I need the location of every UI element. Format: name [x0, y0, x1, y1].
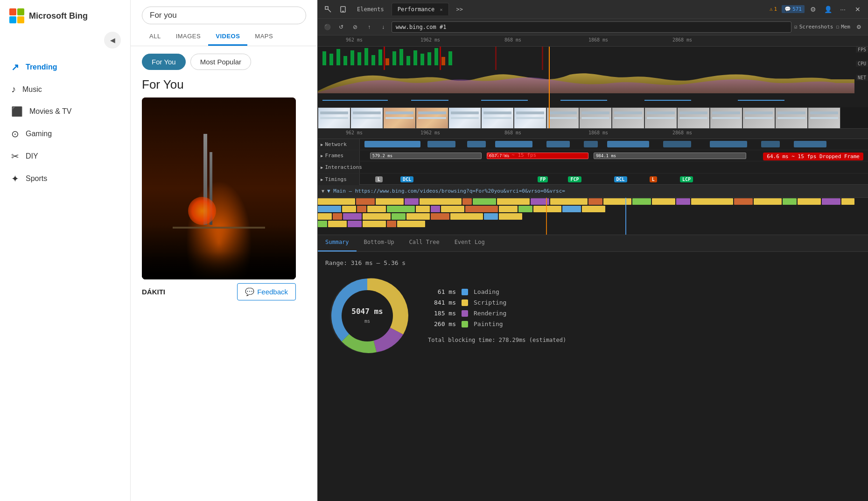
loading-color	[462, 289, 468, 295]
sidebar-item-label-sports: Sports	[26, 174, 47, 183]
record-button[interactable]: ⚫	[322, 21, 333, 33]
screenshot-5	[448, 107, 481, 129]
feedback-button[interactable]: 💬 Feedback	[237, 283, 296, 300]
svg-rect-9	[357, 52, 361, 65]
video-name: DÁKITI	[142, 288, 165, 296]
feedback-label: Feedback	[257, 288, 288, 296]
devtools-topbar: Elements Performance ✕ >> ⚠ 1 💬 571 ⚙ 👤 …	[318, 0, 868, 19]
inspector-button[interactable]	[322, 3, 335, 16]
sidebar-item-movies[interactable]: ⬛ Movies & TV	[0, 100, 130, 123]
total-blocking-text: Total blocking time: 278.29ms (estimated…	[428, 331, 566, 343]
timeline-charts: FPS CPU NET	[318, 47, 868, 129]
warning-icon: ⚠	[770, 6, 773, 12]
search-bar: For you	[131, 0, 317, 24]
device-toggle-button[interactable]	[336, 3, 350, 16]
settings-button[interactable]: ⚙	[806, 3, 819, 16]
svg-rect-57	[652, 198, 675, 205]
pie-chart: 5047 ms ms	[325, 274, 409, 358]
svg-rect-78	[562, 206, 581, 212]
svg-rect-33	[364, 141, 420, 147]
screenshot-12	[677, 107, 710, 129]
selection-line	[549, 47, 550, 129]
legend-loading: 61 ms Loading	[428, 288, 566, 295]
diy-icon: ✂	[11, 151, 19, 162]
tab-close-icon[interactable]: ✕	[440, 7, 443, 12]
svg-rect-43	[794, 141, 826, 147]
sidebar-item-music[interactable]: ♪ Music	[0, 78, 130, 100]
svg-rect-73	[441, 206, 464, 212]
frames-label: ▶ Frames	[318, 150, 360, 161]
tab-all[interactable]: ALL	[142, 28, 168, 46]
svg-rect-16	[406, 56, 410, 65]
search-text: For you	[150, 11, 177, 20]
svg-rect-20	[434, 48, 438, 65]
svg-rect-90	[318, 221, 327, 227]
svg-rect-37	[546, 141, 570, 147]
sidebar-item-sports[interactable]: ✦ Sports	[0, 167, 130, 190]
svg-rect-59	[691, 198, 733, 205]
video-thumbnail[interactable]	[142, 97, 296, 279]
tab-maps[interactable]: MAPS	[247, 28, 280, 46]
tab-videos[interactable]: VIDEOS	[208, 28, 247, 46]
svg-rect-91	[328, 221, 347, 227]
svg-rect-86	[431, 213, 449, 220]
svg-rect-55	[603, 198, 631, 205]
more-button[interactable]: ···	[836, 3, 849, 16]
svg-rect-7	[343, 56, 347, 65]
tab-images[interactable]: IMAGES	[168, 28, 209, 46]
tab-bottom-up[interactable]: Bottom-Up	[357, 235, 402, 251]
pie-area: 5047 ms ms 61 ms Loading 841 ms	[325, 274, 861, 358]
sidebar-item-label-movies: Movies & TV	[29, 107, 71, 116]
scripting-label: Scripting	[474, 299, 506, 306]
tab-event-log[interactable]: Event Log	[447, 235, 492, 251]
page-title: For You	[131, 77, 317, 97]
svg-rect-95	[397, 221, 425, 227]
timeline-area[interactable]: 962 ms 1962 ms 868 ms 1868 ms 2868 ms FP…	[318, 35, 868, 129]
svg-rect-39	[607, 141, 649, 147]
stop-button[interactable]: ⊘	[350, 21, 361, 33]
sidebar-item-label-music: Music	[22, 85, 42, 94]
checkbox-icon: ☑	[794, 24, 798, 30]
devtools-tab-elements[interactable]: Elements	[351, 3, 390, 15]
gear-button[interactable]: ⚙	[853, 21, 864, 33]
cpu-label: CPU	[856, 61, 868, 67]
upload-button[interactable]: ↑	[364, 21, 375, 33]
sidebar-item-trending[interactable]: ↗ Trending	[0, 56, 130, 78]
pill-most-popular[interactable]: Most Popular	[190, 54, 251, 70]
screenshot-8	[546, 107, 579, 129]
profile-button[interactable]: 👤	[821, 3, 834, 16]
movies-icon: ⬛	[11, 106, 23, 117]
tab-call-tree[interactable]: Call Tree	[402, 235, 447, 251]
devtools-tab-more[interactable]: >>	[451, 3, 469, 15]
svg-rect-34	[427, 141, 455, 147]
reload-button[interactable]: ↺	[336, 21, 347, 33]
timing-fp: FP	[538, 176, 548, 182]
svg-rect-60	[734, 198, 753, 205]
svg-rect-71	[416, 206, 430, 212]
svg-line-1	[328, 9, 331, 12]
fps-chart	[318, 47, 854, 70]
ruler-mark-3: 868 ms	[504, 37, 521, 42]
svg-rect-87	[450, 213, 483, 220]
sidebar-item-gaming[interactable]: ⊙ Gaming	[0, 123, 130, 145]
screenshots-checkbox[interactable]: ☑ Screenshots	[794, 24, 833, 30]
svg-rect-89	[499, 213, 522, 220]
svg-rect-23	[384, 47, 385, 70]
download-button[interactable]: ↓	[378, 21, 389, 33]
svg-rect-62	[783, 198, 797, 205]
devtools-tab-performance[interactable]: Performance ✕	[392, 3, 449, 15]
svg-rect-11	[371, 55, 375, 65]
svg-rect-18	[420, 54, 424, 65]
pill-for-you[interactable]: For You	[142, 54, 186, 70]
sidebar-item-diy[interactable]: ✂ DIY	[0, 145, 130, 167]
sidebar-logo-text: Microsoft Bing	[29, 11, 88, 21]
tab-summary[interactable]: Summary	[318, 235, 357, 251]
sidebar-collapse-button[interactable]: ◀	[104, 32, 121, 49]
svg-rect-15	[399, 49, 403, 65]
svg-rect-50	[473, 198, 496, 205]
error-badge: 💬 571	[782, 5, 805, 13]
mem-checkbox[interactable]: ☐ Mem	[836, 24, 851, 30]
legend-list: 61 ms Loading 841 ms Scripting 185 ms	[428, 288, 566, 343]
search-input[interactable]: For you	[142, 7, 306, 24]
close-devtools-button[interactable]: ✕	[851, 3, 864, 16]
